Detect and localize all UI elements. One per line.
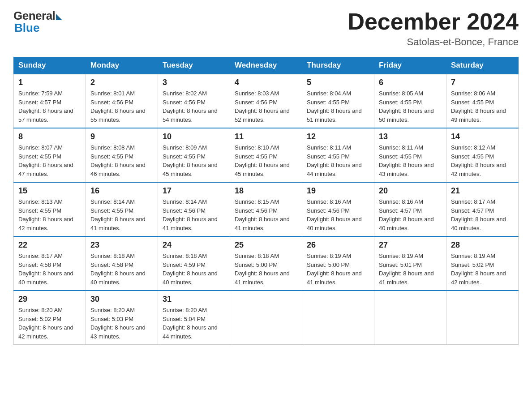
sunrise-label: Sunrise: 8:13 AM — [18, 198, 63, 205]
day-info: Sunrise: 8:07 AM Sunset: 4:55 PM Dayligh… — [18, 143, 81, 178]
day-number: 29 — [18, 295, 81, 304]
sunrise-label: Sunrise: 8:19 AM — [307, 253, 351, 259]
table-row — [230, 291, 302, 345]
calendar-header: Sunday Monday Tuesday Wednesday Thursday… — [14, 57, 519, 74]
sunrise-label: Sunrise: 7:59 AM — [18, 90, 63, 97]
day-info: Sunrise: 8:19 AM Sunset: 5:02 PM Dayligh… — [451, 252, 514, 287]
table-row: 29 Sunrise: 8:20 AM Sunset: 5:02 PM Dayl… — [14, 291, 86, 345]
day-info: Sunrise: 8:18 AM Sunset: 5:00 PM Dayligh… — [235, 252, 297, 287]
day-info: Sunrise: 8:01 AM Sunset: 4:56 PM Dayligh… — [90, 89, 153, 124]
day-number: 26 — [307, 240, 369, 250]
day-info: Sunrise: 8:19 AM Sunset: 5:00 PM Dayligh… — [307, 252, 369, 287]
table-row: 21 Sunrise: 8:17 AM Sunset: 4:57 PM Dayl… — [446, 182, 519, 236]
daylight-label: Daylight: 8 hours and 50 minutes. — [379, 107, 434, 123]
sunset-label: Sunset: 4:55 PM — [90, 153, 133, 160]
table-row: 8 Sunrise: 8:07 AM Sunset: 4:55 PM Dayli… — [14, 128, 86, 182]
daylight-label: Daylight: 8 hours and 42 minutes. — [18, 216, 73, 231]
day-number: 22 — [18, 240, 81, 250]
table-row: 3 Sunrise: 8:02 AM Sunset: 4:56 PM Dayli… — [158, 74, 230, 128]
table-row: 23 Sunrise: 8:18 AM Sunset: 4:58 PM Dayl… — [86, 236, 158, 291]
sunrise-label: Sunrise: 8:18 AM — [90, 253, 135, 259]
title-block: December 2024 Satolas-et-Bonce, France — [348, 9, 519, 48]
day-info: Sunrise: 8:13 AM Sunset: 4:55 PM Dayligh… — [18, 197, 81, 232]
sunset-label: Sunset: 4:55 PM — [451, 153, 494, 160]
day-number: 6 — [379, 78, 442, 87]
daylight-label: Daylight: 8 hours and 42 minutes. — [451, 162, 506, 177]
logo: General Blue — [13, 9, 62, 35]
sunrise-label: Sunrise: 8:03 AM — [235, 90, 279, 97]
day-number: 12 — [307, 132, 369, 141]
sunrise-label: Sunrise: 8:10 AM — [235, 144, 279, 151]
sunset-label: Sunset: 4:58 PM — [18, 261, 61, 268]
sunrise-label: Sunrise: 8:18 AM — [235, 253, 279, 259]
daylight-label: Daylight: 8 hours and 41 minutes. — [163, 216, 218, 231]
table-row: 6 Sunrise: 8:05 AM Sunset: 4:55 PM Dayli… — [374, 74, 446, 128]
day-info: Sunrise: 8:05 AM Sunset: 4:55 PM Dayligh… — [379, 89, 442, 124]
header-wednesday: Wednesday — [230, 57, 302, 74]
day-number: 19 — [307, 186, 369, 196]
day-number: 10 — [163, 132, 225, 141]
sunrise-label: Sunrise: 8:19 AM — [379, 253, 423, 259]
daylight-label: Daylight: 8 hours and 40 minutes. — [18, 270, 73, 286]
day-number: 8 — [18, 132, 81, 141]
table-row: 13 Sunrise: 8:11 AM Sunset: 4:55 PM Dayl… — [374, 128, 446, 182]
sunrise-label: Sunrise: 8:14 AM — [90, 198, 135, 205]
sunset-label: Sunset: 4:58 PM — [90, 261, 133, 268]
daylight-label: Daylight: 8 hours and 42 minutes. — [451, 270, 506, 286]
sunset-label: Sunset: 4:55 PM — [307, 153, 350, 160]
daylight-label: Daylight: 8 hours and 41 minutes. — [379, 270, 434, 286]
daylight-label: Daylight: 8 hours and 41 minutes. — [307, 270, 362, 286]
daylight-label: Daylight: 8 hours and 40 minutes. — [451, 216, 506, 231]
daylight-label: Daylight: 8 hours and 57 minutes. — [18, 107, 73, 123]
day-info: Sunrise: 8:08 AM Sunset: 4:55 PM Dayligh… — [90, 143, 153, 178]
sunset-label: Sunset: 4:59 PM — [163, 261, 206, 268]
sunrise-label: Sunrise: 8:02 AM — [163, 90, 207, 97]
day-info: Sunrise: 8:12 AM Sunset: 4:55 PM Dayligh… — [451, 143, 514, 178]
day-number: 13 — [379, 132, 442, 141]
sunset-label: Sunset: 5:04 PM — [163, 316, 206, 322]
location-text: Satolas-et-Bonce, France — [348, 36, 519, 48]
day-number: 30 — [90, 295, 153, 304]
table-row: 2 Sunrise: 8:01 AM Sunset: 4:56 PM Dayli… — [86, 74, 158, 128]
sunrise-label: Sunrise: 8:07 AM — [18, 144, 63, 151]
daylight-label: Daylight: 8 hours and 49 minutes. — [451, 107, 506, 123]
day-number: 23 — [90, 240, 153, 250]
table-row: 22 Sunrise: 8:17 AM Sunset: 4:58 PM Dayl… — [14, 236, 86, 291]
day-info: Sunrise: 8:14 AM Sunset: 4:56 PM Dayligh… — [163, 197, 225, 232]
sunset-label: Sunset: 4:56 PM — [163, 207, 206, 214]
daylight-label: Daylight: 8 hours and 40 minutes. — [163, 270, 218, 286]
table-row: 18 Sunrise: 8:15 AM Sunset: 4:56 PM Dayl… — [230, 182, 302, 236]
day-number: 1 — [18, 78, 81, 87]
sunrise-label: Sunrise: 8:19 AM — [451, 253, 495, 259]
day-number: 3 — [163, 78, 225, 87]
daylight-label: Daylight: 8 hours and 45 minutes. — [235, 162, 290, 177]
day-number: 11 — [235, 132, 297, 141]
sunrise-label: Sunrise: 8:20 AM — [163, 307, 207, 313]
day-number: 28 — [451, 240, 514, 250]
sunset-label: Sunset: 4:57 PM — [18, 99, 61, 106]
table-row — [374, 291, 446, 345]
sunset-label: Sunset: 4:56 PM — [90, 99, 133, 106]
daylight-label: Daylight: 8 hours and 41 minutes. — [235, 216, 290, 231]
day-info: Sunrise: 8:16 AM Sunset: 4:57 PM Dayligh… — [379, 197, 442, 232]
daylight-label: Daylight: 8 hours and 42 minutes. — [18, 324, 73, 340]
sunset-label: Sunset: 4:57 PM — [451, 207, 494, 214]
sunset-label: Sunset: 5:01 PM — [379, 261, 422, 268]
sunrise-label: Sunrise: 8:01 AM — [90, 90, 135, 97]
header-thursday: Thursday — [302, 57, 374, 74]
day-number: 9 — [90, 132, 153, 141]
sunset-label: Sunset: 4:56 PM — [163, 99, 206, 106]
day-info: Sunrise: 8:18 AM Sunset: 4:58 PM Dayligh… — [90, 252, 153, 287]
sunset-label: Sunset: 5:00 PM — [307, 261, 350, 268]
day-info: Sunrise: 8:04 AM Sunset: 4:55 PM Dayligh… — [307, 89, 369, 124]
daylight-label: Daylight: 8 hours and 44 minutes. — [163, 324, 218, 340]
table-row: 14 Sunrise: 8:12 AM Sunset: 4:55 PM Dayl… — [446, 128, 519, 182]
sunset-label: Sunset: 4:55 PM — [451, 99, 494, 106]
day-number: 24 — [163, 240, 225, 250]
sunrise-label: Sunrise: 8:20 AM — [18, 307, 63, 313]
day-number: 15 — [18, 186, 81, 196]
logo-blue-text: Blue — [14, 21, 39, 35]
day-number: 16 — [90, 186, 153, 196]
daylight-label: Daylight: 8 hours and 43 minutes. — [379, 162, 434, 177]
sunrise-label: Sunrise: 8:08 AM — [90, 144, 135, 151]
